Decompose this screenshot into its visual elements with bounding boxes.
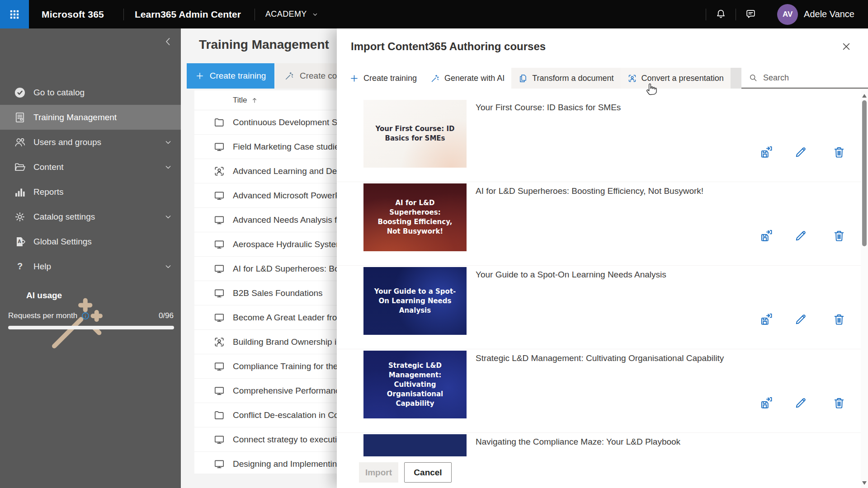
row-title: Advanced Microsoft PowerPoi <box>233 191 347 201</box>
global-settings-icon <box>14 235 26 248</box>
modal-scrollbar[interactable] <box>861 90 868 488</box>
monitor-icon <box>213 287 225 299</box>
ai-usage-row: AI usage <box>0 289 181 302</box>
plus-icon <box>349 74 359 83</box>
row-title: Aerospace Hydraulic Systems <box>233 239 347 249</box>
close-button[interactable] <box>840 40 853 54</box>
toolbar-create-training-button[interactable]: Create training <box>343 68 424 89</box>
import-courses-panel: Import Content365 Authoring courses Crea… <box>337 28 868 488</box>
row-title: B2B Sales Foundations <box>233 288 323 298</box>
toolbar-convert-presentation-button[interactable]: Convert a presentation <box>621 68 731 89</box>
import-course-button[interactable] <box>760 229 773 243</box>
person-frame-icon <box>213 336 225 348</box>
sidebar-item-label: Content <box>33 162 64 172</box>
sidebar-item-training-management[interactable]: Training Management <box>0 105 181 130</box>
course-actions <box>760 229 846 243</box>
document-copy-icon <box>518 74 528 83</box>
requests-value: 0/96 <box>159 311 174 320</box>
course-title: Navigating the Compliance Maze: Your L&D… <box>476 437 680 447</box>
edit-course-button[interactable] <box>794 145 807 159</box>
row-title: Compliance Training for the Sp <box>233 361 351 371</box>
create-training-button[interactable]: Create training <box>187 63 274 89</box>
monitor-icon <box>213 190 225 202</box>
row-title: Field Marketing Case studies <box>233 142 344 152</box>
row-title: Connect strategy to execution <box>233 435 346 445</box>
toolbar-label: Generate with AI <box>444 74 505 83</box>
delete-course-button[interactable] <box>832 145 846 159</box>
import-save-icon <box>760 313 773 326</box>
chevron-down-icon <box>164 138 173 147</box>
user-name[interactable]: Adele Vance <box>804 9 854 19</box>
sidebar-item-content[interactable]: Content <box>0 155 181 179</box>
import-course-button[interactable] <box>760 145 773 159</box>
brand-label[interactable]: Microsoft 365 <box>42 9 104 20</box>
edit-course-button[interactable] <box>794 229 807 243</box>
magic-wand-icon <box>284 71 294 81</box>
bar-chart-icon <box>14 186 26 198</box>
row-title: Continuous Development Seri <box>233 117 347 127</box>
tenant-selector[interactable]: ACADEMY <box>265 9 319 19</box>
tenant-label: ACADEMY <box>265 9 307 19</box>
sidebar-collapse-button[interactable] <box>161 35 175 49</box>
scroll-down-arrow-icon[interactable] <box>862 481 867 485</box>
edit-pencil-icon <box>794 396 807 410</box>
scroll-up-arrow-icon[interactable] <box>862 94 867 98</box>
sidebar-item-users-and-groups[interactable]: Users and groups <box>0 130 181 155</box>
edit-course-button[interactable] <box>794 396 807 410</box>
course-thumbnail[interactable]: Your Guide to a Spot-On Learning Needs A… <box>363 267 467 335</box>
course-row: Your Guide to a Spot-On Learning Needs A… <box>337 266 861 349</box>
monitor-icon <box>213 458 225 470</box>
edit-course-button[interactable] <box>794 313 807 326</box>
edit-pencil-icon <box>794 313 807 326</box>
import-button[interactable]: Import <box>359 462 398 483</box>
ai-usage-title: AI usage <box>26 291 62 300</box>
notifications-button[interactable] <box>706 0 736 28</box>
magic-wand-icon <box>430 74 440 83</box>
delete-course-button[interactable] <box>832 313 846 326</box>
course-thumbnail[interactable]: AI for L&D Superheroes: Boosting Efficie… <box>363 183 467 251</box>
course-thumbnail[interactable]: Your First Course: ID Basics for SMEs <box>363 100 467 168</box>
plus-icon <box>195 71 204 80</box>
title-column-header[interactable]: Title <box>233 96 258 105</box>
search-icon <box>749 73 758 82</box>
sidebar-item-global-settings[interactable]: Global Settings <box>0 229 181 254</box>
sidebar-item-help[interactable]: Help <box>0 254 181 279</box>
sidebar-item-reports[interactable]: Reports <box>0 179 181 204</box>
toolbar-generate-with-ai-button[interactable]: Generate with AI <box>424 68 511 89</box>
create-training-label: Create training <box>210 71 266 81</box>
sidebar-item-catalog-settings[interactable]: Catalog settings <box>0 204 181 229</box>
monitor-icon <box>213 434 225 446</box>
monitor-icon <box>213 312 225 324</box>
course-title: Strategic L&D Management: Cultivating Or… <box>476 353 724 363</box>
delete-trash-icon <box>832 313 846 326</box>
course-thumbnail[interactable]: Strategic L&D Management: Cultivating Or… <box>363 351 467 418</box>
edit-pencil-icon <box>794 229 807 243</box>
feedback-button[interactable] <box>736 0 765 28</box>
import-course-button[interactable] <box>760 396 773 410</box>
sidebar-item-label: Reports <box>33 187 64 197</box>
import-course-button[interactable] <box>760 313 773 326</box>
app-launcher-button[interactable] <box>0 0 29 28</box>
users-icon <box>14 136 26 149</box>
scrollbar-thumb[interactable] <box>862 100 867 246</box>
toolbar-transform-document-button[interactable]: Transform a document <box>511 68 620 89</box>
folder-icon <box>213 409 225 421</box>
info-icon[interactable] <box>81 311 90 320</box>
topbar-divider <box>255 9 255 20</box>
sort-ascending-icon <box>251 97 258 104</box>
help-icon <box>14 260 26 273</box>
row-title: Designing and Implementing <box>233 459 342 469</box>
search-input[interactable] <box>763 73 868 83</box>
product-label[interactable]: Learn365 Admin Center <box>135 9 241 20</box>
folder-open-icon <box>14 161 26 174</box>
course-title: Your Guide to a Spot-On Learning Needs A… <box>476 270 666 280</box>
catalog-check-icon <box>14 86 26 99</box>
delete-course-button[interactable] <box>832 229 846 243</box>
sidebar-item-label: Catalog settings <box>33 212 95 222</box>
delete-course-button[interactable] <box>832 396 846 410</box>
sidebar-item-go-to-catalog[interactable]: Go to catalog <box>0 80 181 105</box>
search-field[interactable] <box>741 68 868 89</box>
cancel-button[interactable]: Cancel <box>404 462 452 483</box>
topbar-divider <box>123 9 124 20</box>
avatar[interactable]: AV <box>777 4 798 25</box>
